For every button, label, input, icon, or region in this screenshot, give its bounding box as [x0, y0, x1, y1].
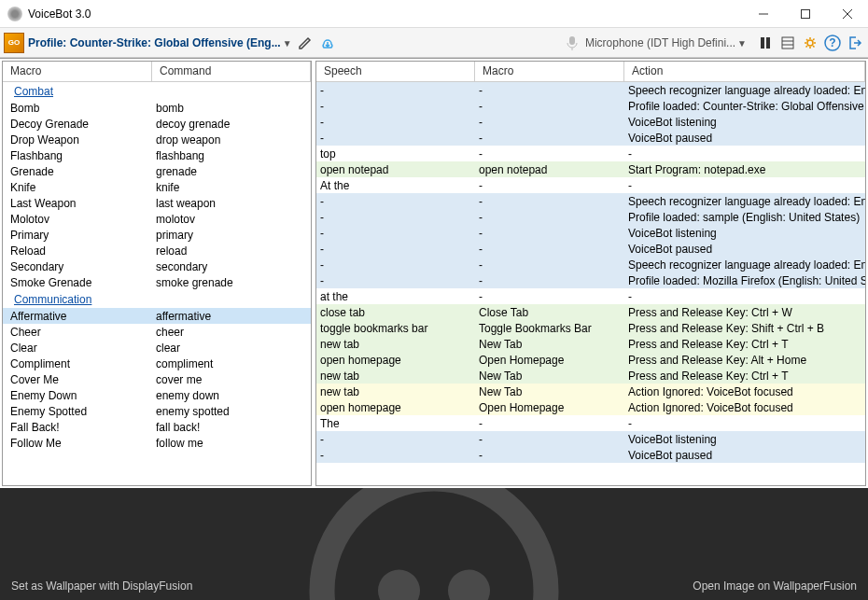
settings-icon[interactable]: [801, 34, 819, 52]
profile-selector[interactable]: Profile: Counter-Strike: Global Offensiv…: [28, 36, 292, 49]
macro-row[interactable]: Clearclear: [3, 340, 311, 356]
macro-row[interactable]: Affermativeaffermative: [3, 308, 311, 324]
window-title: VoiceBot 3.0: [28, 7, 742, 21]
log-row[interactable]: --VoiceBot listening: [316, 431, 865, 447]
macro-row[interactable]: Follow Mefollow me: [3, 435, 311, 451]
svg-point-10: [807, 40, 813, 46]
svg-point-15: [448, 570, 490, 601]
microphone-icon: [563, 34, 581, 52]
wallpaper-bar: Set as Wallpaper with DisplayFusion Open…: [0, 488, 868, 600]
log-list[interactable]: --Speech recognizer language already loa…: [316, 82, 865, 485]
macro-row[interactable]: Bombbomb: [3, 100, 311, 116]
log-row[interactable]: top--: [316, 146, 865, 161]
macro-row[interactable]: Secondarysecondary: [3, 258, 311, 274]
col-command[interactable]: Command: [152, 62, 311, 81]
macro-row[interactable]: Reloadreload: [3, 243, 311, 258]
microphone-selector[interactable]: Microphone (IDT High Defini...▼: [585, 36, 747, 49]
log-row[interactable]: --VoiceBot listening: [316, 114, 865, 130]
set-wallpaper-link[interactable]: Set as Wallpaper with DisplayFusion: [11, 579, 192, 593]
cloud-download-icon[interactable]: [318, 34, 337, 52]
log-row[interactable]: new tabNew TabPress and Release Key: Ctr…: [316, 368, 865, 384]
svg-point-14: [378, 570, 420, 601]
svg-rect-5: [761, 37, 764, 49]
profile-name: Counter-Strike: Global Offensive (Eng...: [70, 36, 281, 49]
log-row[interactable]: --Profile loaded: sample (English: Unite…: [316, 209, 865, 225]
log-row[interactable]: toggle bookmarks barToggle Bookmarks Bar…: [316, 320, 865, 336]
help-icon[interactable]: ?: [823, 34, 842, 52]
macro-row[interactable]: Enemy Spottedenemy spotted: [3, 403, 311, 419]
macro-header: Macro Command: [3, 62, 311, 82]
log-row[interactable]: --Profile loaded: Mozilla Firefox (Engli…: [316, 272, 865, 288]
svg-text:?: ?: [829, 36, 835, 49]
macro-row[interactable]: Primaryprimary: [3, 227, 311, 243]
macro-row[interactable]: Fall Back!fall back!: [3, 419, 311, 435]
macro-row[interactable]: Cheercheer: [3, 324, 311, 340]
col-macro[interactable]: Macro: [3, 62, 152, 81]
macro-row[interactable]: Knifeknife: [3, 179, 311, 195]
log-row[interactable]: open notepadopen notepadStart Program: n…: [316, 161, 865, 177]
minimize-button[interactable]: [742, 0, 784, 28]
profile-icon: GO: [4, 33, 24, 53]
close-button[interactable]: [826, 0, 868, 28]
toolbar: GO Profile: Counter-Strike: Global Offen…: [0, 28, 868, 58]
section-header[interactable]: Communication: [3, 290, 311, 308]
macro-list[interactable]: CombatBombbombDecoy Grenadedecoy grenade…: [3, 82, 311, 485]
col-speech[interactable]: Speech: [316, 62, 475, 81]
main-area: Macro Command CombatBombbombDecoy Grenad…: [0, 58, 868, 488]
log-panel: Speech Macro Action --Speech recognizer …: [315, 61, 866, 486]
log-row[interactable]: --Profile loaded: Counter-Strike: Global…: [316, 98, 865, 114]
chevron-down-icon: ▼: [283, 38, 292, 49]
log-row[interactable]: --Speech recognizer language already loa…: [316, 82, 865, 98]
edit-icon[interactable]: [296, 34, 315, 52]
pause-button[interactable]: [756, 34, 775, 52]
col-macro[interactable]: Macro: [475, 62, 624, 81]
macro-row[interactable]: Drop Weapondrop weapon: [3, 132, 311, 147]
log-row[interactable]: new tabNew TabAction Ignored: VoiceBot f…: [316, 384, 865, 399]
titlebar: VoiceBot 3.0: [0, 0, 868, 28]
macro-row[interactable]: Smoke Grenadesmoke grenade: [3, 274, 311, 290]
macro-row[interactable]: Cover Mecover me: [3, 371, 311, 387]
log-row[interactable]: open homepageOpen HomepageAction Ignored…: [316, 399, 865, 415]
log-row[interactable]: new tabNew TabPress and Release Key: Ctr…: [316, 336, 865, 352]
svg-rect-7: [782, 37, 793, 49]
svg-rect-4: [569, 36, 575, 45]
app-icon: [7, 7, 22, 21]
col-action[interactable]: Action: [624, 62, 865, 81]
macro-row[interactable]: Grenadegrenade: [3, 163, 311, 179]
macro-row[interactable]: Complimentcompliment: [3, 356, 311, 371]
maximize-button[interactable]: [784, 0, 826, 28]
robot-bg-icon: [294, 488, 574, 600]
log-row[interactable]: At the--: [316, 177, 865, 193]
svg-rect-6: [766, 37, 770, 49]
log-row[interactable]: The--: [316, 415, 865, 431]
svg-point-13: [322, 488, 546, 600]
log-row[interactable]: --VoiceBot paused: [316, 241, 865, 257]
log-row[interactable]: open homepageOpen HomepagePress and Rele…: [316, 352, 865, 368]
log-row[interactable]: close tabClose TabPress and Release Key:…: [316, 304, 865, 320]
macro-row[interactable]: Molotovmolotov: [3, 211, 311, 227]
macro-panel: Macro Command CombatBombbombDecoy Grenad…: [2, 61, 312, 486]
macro-row[interactable]: Decoy Grenadedecoy grenade: [3, 116, 311, 132]
chevron-down-icon: ▼: [737, 38, 747, 49]
svg-rect-1: [801, 9, 809, 18]
database-icon[interactable]: [778, 34, 797, 52]
macro-row[interactable]: Flashbangflashbang: [3, 147, 311, 163]
profile-prefix: Profile:: [28, 36, 70, 49]
log-row[interactable]: --Speech recognizer language already loa…: [316, 257, 865, 272]
open-image-link[interactable]: Open Image on WallpaperFusion: [693, 579, 857, 593]
log-row[interactable]: --VoiceBot paused: [316, 447, 865, 463]
macro-row[interactable]: Enemy Downenemy down: [3, 387, 311, 403]
log-row[interactable]: --VoiceBot paused: [316, 130, 865, 146]
exit-icon[interactable]: [846, 34, 864, 52]
log-row[interactable]: at the--: [316, 288, 865, 304]
log-header: Speech Macro Action: [316, 62, 865, 82]
log-row[interactable]: --VoiceBot listening: [316, 225, 865, 241]
macro-row[interactable]: Last Weaponlast weapon: [3, 195, 311, 211]
log-row[interactable]: --Speech recognizer language already loa…: [316, 193, 865, 209]
section-header[interactable]: Combat: [3, 82, 311, 100]
